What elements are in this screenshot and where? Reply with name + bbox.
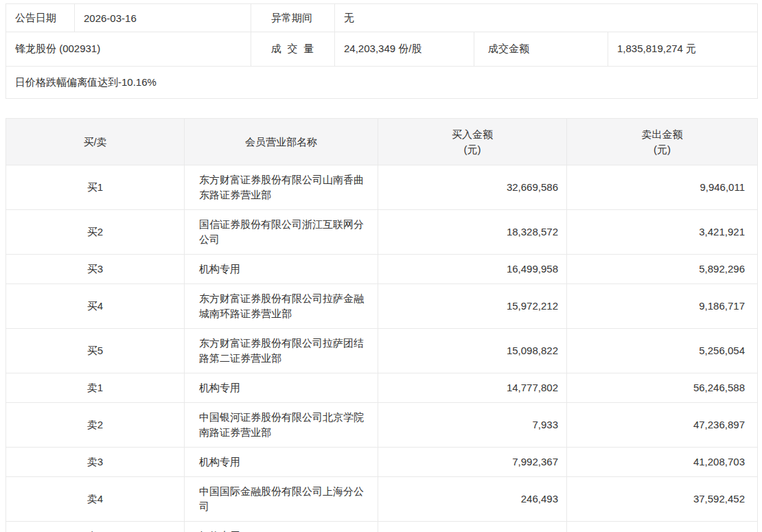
sell-amount-cell: 47,236,897	[567, 403, 758, 448]
side-cell: 买1	[6, 165, 185, 210]
price-deviation-note: 日价格跌幅偏离值达到-10.16%	[6, 67, 758, 99]
volume-value: 24,203,349 份/股	[335, 32, 474, 67]
side-cell: 卖4	[6, 477, 185, 522]
sell-amount-cell: 3,421,921	[567, 210, 758, 255]
table-row: 卖5 机构专用 0 28,914,498	[6, 522, 758, 532]
buy-amount-cell: 15,972,212	[378, 284, 567, 329]
buy-amount-cell: 16,499,958	[378, 255, 567, 284]
buy-amount-cell: 14,777,802	[378, 373, 567, 403]
column-header-branch: 会员营业部名称	[185, 119, 378, 165]
table-row: 卖1 机构专用 14,777,802 56,246,588	[6, 373, 758, 403]
branch-cell: 机构专用	[185, 448, 378, 477]
announce-date-value: 2026-03-16	[75, 4, 251, 32]
buy-amount-cell: 246,493	[378, 477, 567, 522]
side-cell: 买5	[6, 329, 185, 373]
sell-amount-cell: 37,592,452	[567, 477, 758, 522]
buy-amount-cell: 7,933	[378, 403, 567, 448]
column-header-buy: 买入金额 (元)	[378, 119, 567, 165]
info-row-stock: 锋龙股份 (002931) 成交量 24,203,349 份/股 成交金额 1,…	[6, 32, 758, 67]
table-row: 卖3 机构专用 7,992,367 41,208,703	[6, 448, 758, 477]
branch-cell: 机构专用	[185, 522, 378, 532]
sell-amount-cell: 56,246,588	[567, 373, 758, 403]
table-row: 买1 东方财富证券股份有限公司山南香曲东路证券营业部 32,669,586 9,…	[6, 165, 758, 210]
table-row: 买5 东方财富证券股份有限公司拉萨团结路第二证券营业部 15,098,822 5…	[6, 329, 758, 373]
branch-cell: 东方财富证券股份有限公司山南香曲东路证券营业部	[185, 165, 378, 210]
turnover-value: 1,835,819,274 元	[608, 32, 758, 67]
table-row: 卖2 中国银河证券股份有限公司北京学院南路证券营业部 7,933 47,236,…	[6, 403, 758, 448]
buy-amount-cell: 18,328,572	[378, 210, 567, 255]
info-row-date: 公告日期 2026-03-16 异常期间 无	[6, 4, 758, 32]
branch-cell: 中国国际金融股份有限公司上海分公司	[185, 477, 378, 522]
side-cell: 买3	[6, 255, 185, 284]
branch-cell: 东方财富证券股份有限公司拉萨团结路第二证券营业部	[185, 329, 378, 373]
table-row: 买2 国信证券股份有限公司浙江互联网分公司 18,328,572 3,421,9…	[6, 210, 758, 255]
side-cell: 卖3	[6, 448, 185, 477]
abnormal-period-label: 异常期间	[251, 4, 335, 32]
broker-seats-table: 买/卖 会员营业部名称 买入金额 (元) 卖出金额 (元) 买1 东方财富证券股…	[5, 118, 758, 532]
side-cell: 买2	[6, 210, 185, 255]
branch-cell: 机构专用	[185, 373, 378, 403]
abnormal-period-value: 无	[335, 4, 758, 32]
buy-amount-cell: 7,992,367	[378, 448, 567, 477]
table-row: 买3 机构专用 16,499,958 5,892,296	[6, 255, 758, 284]
table-row: 买4 东方财富证券股份有限公司拉萨金融城南环路证券营业部 15,972,212 …	[6, 284, 758, 329]
branch-cell: 东方财富证券股份有限公司拉萨金融城南环路证券营业部	[185, 284, 378, 329]
side-cell: 卖1	[6, 373, 185, 403]
branch-cell: 国信证券股份有限公司浙江互联网分公司	[185, 210, 378, 255]
stock-info-table: 公告日期 2026-03-16 异常期间 无 锋龙股份 (002931) 成交量…	[5, 3, 758, 99]
column-header-side: 买/卖	[6, 119, 185, 165]
branch-cell: 机构专用	[185, 255, 378, 284]
branch-cell: 中国银河证券股份有限公司北京学院南路证券营业部	[185, 403, 378, 448]
turnover-label: 成交金额	[474, 32, 608, 67]
sell-amount-cell: 9,946,011	[567, 165, 758, 210]
sell-amount-cell: 5,892,296	[567, 255, 758, 284]
sell-amount-cell: 5,256,054	[567, 329, 758, 373]
table-row: 卖4 中国国际金融股份有限公司上海分公司 246,493 37,592,452	[6, 477, 758, 522]
column-header-sell: 卖出金额 (元)	[567, 119, 758, 165]
sell-amount-cell: 9,186,717	[567, 284, 758, 329]
buy-amount-cell: 32,669,586	[378, 165, 567, 210]
side-cell: 买4	[6, 284, 185, 329]
sell-amount-cell: 28,914,498	[567, 522, 758, 532]
trading-disclosure-page: 公告日期 2026-03-16 异常期间 无 锋龙股份 (002931) 成交量…	[0, 0, 762, 532]
info-row-note: 日价格跌幅偏离值达到-10.16%	[6, 67, 758, 99]
side-cell: 卖5	[6, 522, 185, 532]
sell-amount-cell: 41,208,703	[567, 448, 758, 477]
side-cell: 卖2	[6, 403, 185, 448]
broker-table-header: 买/卖 会员营业部名称 买入金额 (元) 卖出金额 (元)	[6, 119, 758, 165]
buy-amount-cell: 15,098,822	[378, 329, 567, 373]
stock-name: 锋龙股份 (002931)	[6, 32, 251, 67]
volume-label: 成交量	[251, 32, 335, 67]
buy-amount-cell: 0	[378, 522, 567, 532]
announce-date-label: 公告日期	[6, 4, 75, 32]
